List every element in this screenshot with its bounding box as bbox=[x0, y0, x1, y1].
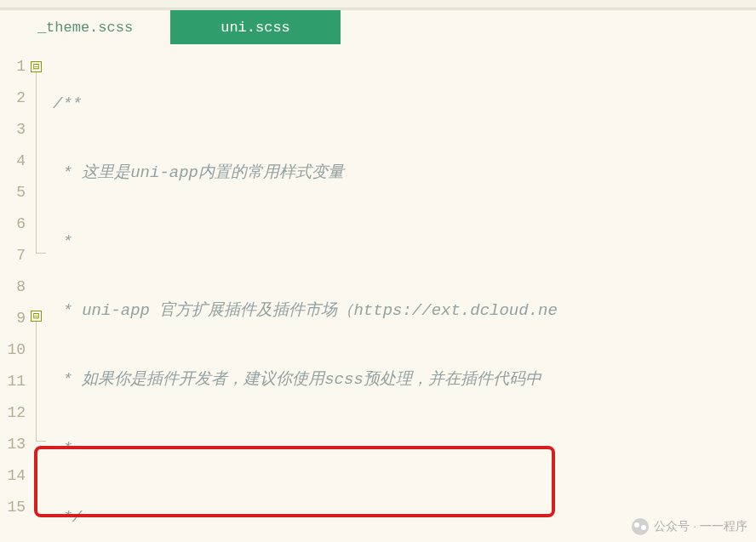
line-number: 9 bbox=[0, 303, 29, 334]
fold-guide-end bbox=[36, 441, 46, 442]
fold-guide-end bbox=[36, 253, 46, 254]
line-number: 10 bbox=[0, 334, 29, 366]
comment-text: /** bbox=[53, 94, 82, 113]
line-number: 8 bbox=[0, 271, 29, 303]
comment-text: * 如果你是插件开发者，建议你使用scss预处理，并在插件代码中 bbox=[53, 370, 541, 389]
fold-guide bbox=[36, 70, 37, 253]
fold-guide bbox=[36, 322, 37, 441]
line-number: 1 bbox=[0, 51, 29, 83]
line-number: 13 bbox=[0, 429, 29, 460]
fold-toggle-icon[interactable]: ⊟ bbox=[31, 61, 42, 72]
comment-text: * bbox=[53, 439, 72, 458]
comment-text: * uni-app 官方扩展插件及插件市场（https://ext.dcloud… bbox=[53, 301, 558, 320]
line-number: 12 bbox=[0, 397, 29, 429]
tab-theme-scss[interactable]: _theme.scss bbox=[0, 10, 170, 44]
line-number: 5 bbox=[0, 177, 29, 208]
tab-bar: _theme.scss uni.scss bbox=[0, 10, 756, 44]
comment-text: */ bbox=[53, 508, 82, 527]
line-number: 6 bbox=[0, 208, 29, 240]
line-number: 4 bbox=[0, 145, 29, 177]
code-area: 1 2 3 4 5 6 7 8 9 10 11 12 13 14 15 ⊟ ⊟ … bbox=[0, 44, 756, 542]
comment-text: * bbox=[53, 232, 72, 251]
tab-uni-scss[interactable]: uni.scss bbox=[170, 10, 341, 44]
line-number: 3 bbox=[0, 114, 29, 145]
wechat-icon bbox=[632, 518, 649, 535]
watermark-text: 公众号 · 一一程序 bbox=[654, 519, 747, 534]
line-number: 14 bbox=[0, 460, 29, 492]
editor-window: _theme.scss uni.scss 1 2 3 4 5 6 7 8 9 1… bbox=[0, 0, 756, 542]
code-content[interactable]: /** * 这里是uni-app内置的常用样式变量 * * uni-app 官方… bbox=[48, 44, 756, 542]
fold-toggle-icon[interactable]: ⊟ bbox=[31, 311, 42, 322]
line-number: 7 bbox=[0, 240, 29, 271]
line-number-gutter: 1 2 3 4 5 6 7 8 9 10 11 12 13 14 15 bbox=[0, 44, 29, 542]
line-number: 2 bbox=[0, 83, 29, 114]
fold-gutter: ⊟ ⊟ bbox=[29, 44, 48, 542]
top-strip bbox=[0, 0, 756, 9]
line-number: 11 bbox=[0, 366, 29, 397]
comment-text: * 这里是uni-app内置的常用样式变量 bbox=[53, 163, 344, 182]
watermark: 公众号 · 一一程序 bbox=[632, 518, 747, 535]
line-number: 15 bbox=[0, 492, 29, 523]
